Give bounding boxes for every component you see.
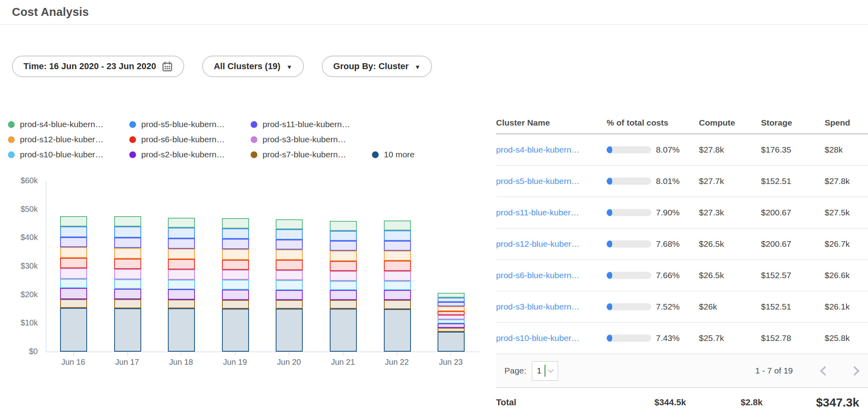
bar-segment-prod-s11-blue-kubern[interactable] [114,238,141,248]
bar-segment-prod-s3-blue-kubern[interactable] [60,268,87,279]
bar-segment-prod-s3-blue-kubern[interactable] [438,315,465,319]
bar-segment-prod-s6-blue-kubern[interactable] [438,311,465,315]
bar-segment-prod-s10-blue-kuber[interactable] [384,281,411,290]
bar-segment-prod-s3-blue-kubern[interactable] [168,269,195,280]
cluster-name-link[interactable]: prod-s4-blue-kubern… [496,145,607,155]
bar-segment-prod-s11-blue-kubern[interactable] [438,302,465,306]
bar-segment-prod-s10-blue-kuber[interactable] [438,319,465,323]
bar-segment-prod-s4-blue-kubern[interactable] [330,221,357,231]
legend-item-prod-s2-blue-kubern[interactable]: prod-s2-blue-kubern… [129,150,251,159]
bar-segment-prod-s7-blue-kubern[interactable] [276,300,303,309]
legend-item-prod-s12-blue-kuber[interactable]: prod-s12-blue-kuber… [8,135,129,144]
legend-item-prod-s3-blue-kubern[interactable]: prod-s3-blue-kubern… [251,135,346,144]
bar-segment-prod-s2-blue-kubern[interactable] [438,323,465,328]
next-page-button[interactable] [850,366,859,375]
bar-segment-prod-s12-blue-kuber[interactable] [384,251,411,261]
cluster-name-link[interactable]: prod-s12-blue-kuber… [496,239,607,249]
bar-segment-prod-s2-blue-kubern[interactable] [168,289,195,300]
bar-segment-prod-s3-blue-kubern[interactable] [276,270,303,280]
bar-segment-prod-s2-blue-kubern[interactable] [60,288,87,299]
bar-segment-prod-s4-blue-kubern[interactable] [438,293,465,297]
bar-segment-prod-s5-blue-kubern[interactable] [222,228,249,239]
group-by-dropdown[interactable]: Group By: Cluster ▼ [322,56,432,77]
bar-segment-prod-s11-blue-kubern[interactable] [276,240,303,250]
bar-segment-prod-s2-blue-kubern[interactable] [114,289,141,299]
bar-segment-prod-s7-blue-kubern[interactable] [168,300,195,308]
bar-segment-prod-s4-blue-kubern[interactable] [384,221,411,230]
bar-segment-prod-s4-blue-kubern[interactable] [114,216,141,227]
page-select[interactable]: 1 [532,361,558,381]
bar-segment-prod-s3-blue-kubern[interactable] [330,271,357,281]
bar-segment-prod-s12-blue-kuber[interactable] [114,248,141,259]
legend-item-prod-s11-blue-kubern[interactable]: prod-s11-blue-kubern… [251,120,350,129]
bar-segment-prod-s7-blue-kubern[interactable] [222,300,249,309]
bar-segment-prod-s3-blue-kubern[interactable] [384,271,411,281]
bar-segment-10-more[interactable] [384,309,411,352]
bar-segment-prod-s12-blue-kuber[interactable] [222,249,249,260]
bar-segment-prod-s10-blue-kuber[interactable] [168,280,195,289]
bar-segment-prod-s11-blue-kubern[interactable] [60,237,87,247]
bar-segment-prod-s4-blue-kubern[interactable] [168,218,195,228]
bar-segment-prod-s2-blue-kubern[interactable] [330,290,357,300]
bar-segment-prod-s10-blue-kuber[interactable] [222,280,249,289]
bar-segment-prod-s11-blue-kubern[interactable] [168,238,195,249]
bar-segment-prod-s2-blue-kubern[interactable] [276,290,303,300]
bar-segment-prod-s6-blue-kubern[interactable] [330,261,357,271]
bar-segment-prod-s5-blue-kubern[interactable] [438,298,465,302]
bar-segment-prod-s10-blue-kuber[interactable] [330,281,357,290]
bar-segment-prod-s10-blue-kuber[interactable] [114,279,141,289]
bar-segment-prod-s5-blue-kubern[interactable] [168,228,195,238]
bar-segment-prod-s4-blue-kubern[interactable] [60,216,87,227]
legend-item-prod-s5-blue-kubern[interactable]: prod-s5-blue-kubern… [129,120,251,129]
bar-segment-prod-s7-blue-kubern[interactable] [114,299,141,308]
bar-segment-prod-s12-blue-kuber[interactable] [438,306,465,311]
bar-segment-prod-s5-blue-kubern[interactable] [384,230,411,241]
bar-segment-prod-s6-blue-kubern[interactable] [114,259,141,269]
cluster-name-link[interactable]: prod-s10-blue-kuber… [496,333,607,343]
bar-segment-prod-s7-blue-kubern[interactable] [384,300,411,309]
cluster-name-link[interactable]: prod-s3-blue-kubern… [496,302,607,312]
legend-item-prod-s4-blue-kubern[interactable]: prod-s4-blue-kubern… [8,120,129,129]
bar-segment-10-more[interactable] [222,309,249,352]
bar-segment-prod-s6-blue-kubern[interactable] [276,260,303,270]
bar-segment-10-more[interactable] [114,308,141,352]
legend-item-prod-s7-blue-kubern[interactable]: prod-s7-blue-kubern… [251,150,372,159]
bar-segment-10-more[interactable] [330,309,357,352]
time-range-filter[interactable]: Time: 16 Jun 2020 - 23 Jun 2020 [12,56,184,77]
bar-segment-10-more[interactable] [168,308,195,352]
bar-segment-prod-s3-blue-kubern[interactable] [222,270,249,280]
clusters-filter-dropdown[interactable]: All Clusters (19) ▼ [202,56,304,77]
bar-segment-prod-s7-blue-kubern[interactable] [330,300,357,309]
legend-item-prod-s10-blue-kuber[interactable]: prod-s10-blue-kuber… [8,150,129,159]
bar-segment-prod-s4-blue-kubern[interactable] [276,219,303,229]
bar-segment-prod-s12-blue-kuber[interactable] [60,247,87,258]
bar-segment-prod-s7-blue-kubern[interactable] [438,328,465,332]
bar-segment-prod-s4-blue-kubern[interactable] [222,218,249,228]
bar-segment-prod-s10-blue-kuber[interactable] [276,280,303,290]
bar-segment-prod-s12-blue-kuber[interactable] [168,249,195,259]
bar-segment-prod-s11-blue-kubern[interactable] [222,239,249,249]
bar-segment-10-more[interactable] [276,309,303,352]
legend-item-10-more[interactable]: 10 more [372,150,415,159]
bar-segment-prod-s6-blue-kubern[interactable] [168,259,195,269]
bar-segment-prod-s2-blue-kubern[interactable] [384,290,411,300]
bar-segment-prod-s2-blue-kubern[interactable] [222,290,249,300]
bar-segment-prod-s3-blue-kubern[interactable] [114,269,141,279]
bar-segment-prod-s5-blue-kubern[interactable] [60,226,87,237]
bar-segment-prod-s6-blue-kubern[interactable] [60,258,87,268]
bar-segment-10-more[interactable] [60,308,87,352]
bar-segment-10-more[interactable] [438,332,465,352]
prev-page-button[interactable] [820,366,829,375]
bar-segment-prod-s5-blue-kubern[interactable] [330,231,357,241]
cluster-name-link[interactable]: prod-s5-blue-kubern… [496,176,607,186]
bar-segment-prod-s12-blue-kuber[interactable] [276,250,303,260]
bar-segment-prod-s6-blue-kubern[interactable] [222,260,249,270]
bar-segment-prod-s7-blue-kubern[interactable] [60,299,87,308]
bar-segment-prod-s5-blue-kubern[interactable] [114,226,141,237]
bar-segment-prod-s10-blue-kuber[interactable] [60,279,87,288]
cluster-name-link[interactable]: prod-s6-blue-kubern… [496,271,607,280]
bar-segment-prod-s12-blue-kuber[interactable] [330,251,357,261]
bar-segment-prod-s11-blue-kubern[interactable] [384,241,411,251]
bar-segment-prod-s5-blue-kubern[interactable] [276,229,303,240]
bar-segment-prod-s6-blue-kubern[interactable] [384,261,411,271]
